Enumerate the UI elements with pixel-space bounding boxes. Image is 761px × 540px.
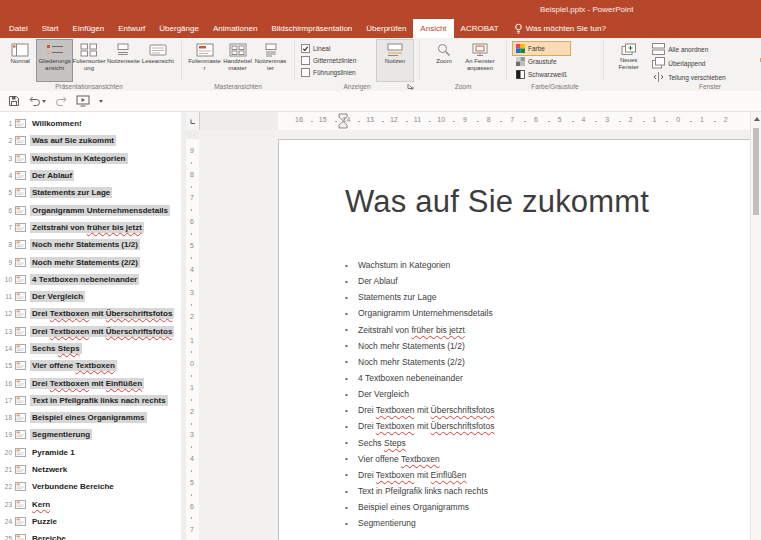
outline-item[interactable]: 1 Willkommen! (0, 115, 181, 132)
redo-button[interactable] (55, 96, 67, 107)
outline-item[interactable]: 6 Organigramm Unternehmensdetails (0, 201, 181, 218)
zoom-button[interactable]: Zoom (426, 40, 462, 81)
bullet-item[interactable]: • Wachstum in Kategorien (345, 257, 494, 273)
slide-body-placeholder[interactable]: • Wachstum in Kategorien • Der Ablauf • … (345, 257, 494, 531)
undo-button[interactable] (29, 96, 46, 107)
outline-item[interactable]: 12 Drei Textboxen mit Überschriftsfotos (0, 305, 181, 322)
ruler-tick (191, 399, 192, 401)
outline-view-button[interactable]: Gliederungsansicht (37, 40, 71, 81)
tab-acrobat[interactable]: ACROBAT (454, 19, 506, 38)
outline-item[interactable]: 24 Puzzle (0, 513, 181, 530)
vertical-scrollbar[interactable] (750, 112, 761, 540)
bullet-item[interactable]: • 4 Textboxen nebeneinander (345, 370, 494, 386)
outline-pane[interactable]: 1 Willkommen! 2 Was auf Sie zukommt 3 Wa… (0, 112, 181, 540)
outline-item[interactable]: 14 Sechs Steps (0, 340, 181, 357)
outline-item[interactable]: 5 Statements zur Lage (0, 184, 181, 201)
bullet-marker: • (345, 261, 358, 270)
bullet-item[interactable]: • Sechs Steps (345, 435, 494, 451)
tab-bildschirmpraesentation[interactable]: Bildschirmpräsentation (264, 19, 359, 38)
tab-animationen[interactable]: Animationen (206, 19, 264, 38)
bullet-item[interactable]: • Vier offene Textboxen (345, 451, 494, 467)
bullet-item[interactable]: • Zeitstrahl von früher bis jetzt (345, 322, 494, 338)
color-button[interactable]: Farbe (513, 42, 570, 55)
outline-item[interactable]: 23 Kern (0, 496, 181, 513)
outline-item[interactable]: 8 Noch mehr Statements (1/2) (0, 236, 181, 253)
grayscale-button[interactable]: Graustufe (513, 55, 570, 68)
misspelled-word: Textboxen (50, 379, 89, 388)
bullet-item[interactable]: • Noch mehr Statements (2/2) (345, 354, 494, 370)
switch-window-button[interactable]: Fenster wechseln (757, 40, 761, 81)
bullet-item[interactable]: • Text in Pfeilgrafik links nach rechts (345, 483, 494, 499)
scroll-up-button[interactable] (751, 112, 761, 125)
customize-qat-button[interactable] (99, 100, 103, 103)
bullet-item[interactable]: • Noch mehr Statements (1/2) (345, 338, 494, 354)
outline-item[interactable]: 21 Netzwerk (0, 461, 181, 478)
tab-datei[interactable]: Datei (2, 19, 35, 38)
word: Der Ablauf (358, 276, 398, 286)
tab-ueberpruefen[interactable]: Überprüfen (359, 19, 413, 38)
outline-item[interactable]: 4 Der Ablauf (0, 167, 181, 184)
checkbox-lineal[interactable]: Lineal (301, 43, 377, 54)
ruler-tick (429, 121, 431, 122)
notes-toggle-button[interactable]: Notizen (377, 40, 413, 81)
tab-einfuegen[interactable]: Einfügen (66, 19, 112, 38)
bullet-item[interactable]: • Segmentierung (345, 515, 494, 531)
slide-title[interactable]: Was auf Sie zukommt (345, 184, 649, 220)
outline-slide-number: 7 (2, 224, 12, 231)
slide-sorter-button[interactable]: Foliensortierung (72, 40, 106, 81)
outline-item[interactable]: 16 Drei Textboxen mit Einflüßen (0, 374, 181, 391)
fit-to-window-button[interactable]: An Fenster anpassen (462, 40, 498, 81)
notes-master-button[interactable]: Notizenmaster (254, 40, 287, 81)
notes-page-button[interactable]: Notizenseite (106, 40, 140, 81)
start-slideshow-button[interactable] (76, 95, 90, 107)
bullet-item[interactable]: • Der Ablauf (345, 273, 494, 289)
outline-item[interactable]: 15 Vier offene Textboxen (0, 357, 181, 374)
outline-item[interactable]: 22 Verbundene Bereiche (0, 478, 181, 495)
normal-view-button[interactable]: Normal (3, 40, 37, 81)
vertical-ruler[interactable]: 98765432101234567 (186, 130, 200, 540)
outline-item[interactable]: 2 Was auf Sie zukommt (0, 132, 181, 149)
scrollbar-thumb[interactable] (753, 128, 759, 215)
bullet-item[interactable]: • Organigramm Unternehmensdetails (345, 305, 494, 321)
outline-item[interactable]: 13 Drei Textboxen mit Überschriftsfotos (0, 323, 181, 340)
arrange-all-button[interactable]: Alle anordnen (649, 42, 755, 56)
outline-item[interactable]: 3 Wachstum in Kategorien (0, 150, 181, 167)
outline-item[interactable]: 11 Der Vergleich (0, 288, 181, 305)
outline-item[interactable]: 10 4 Textboxen nebeneinander (0, 271, 181, 288)
handout-master-button[interactable]: Handzettelmaster (221, 40, 254, 81)
dialog-launcher[interactable] (407, 83, 414, 90)
reading-view-button[interactable]: Leseansicht (141, 40, 175, 81)
cascade-windows-button[interactable]: Überlappend (649, 56, 755, 70)
outline-item[interactable]: 19 Segmentierung (0, 426, 181, 443)
tab-ansicht[interactable]: Ansicht (413, 19, 453, 38)
outline-item[interactable]: 18 Beispiel eines Organigramms (0, 409, 181, 426)
slide[interactable]: Was auf Sie zukommt • Wachstum in Katego… (278, 139, 750, 540)
horizontal-ruler[interactable]: 16151413121110987654321012 (186, 112, 750, 131)
outline-item[interactable]: 9 Noch mehr Statements (2/2) (0, 253, 181, 270)
bullet-item[interactable]: • Statements zur Lage (345, 289, 494, 305)
bullet-item[interactable]: • Der Vergleich (345, 386, 494, 402)
outline-item[interactable]: 20 Pyramide 1 (0, 444, 181, 461)
bullet-item[interactable]: • Drei Textboxen mit Einflüßen (345, 467, 494, 483)
tab-entwurf[interactable]: Entwurf (111, 19, 152, 38)
checkbox-unchecked-icon (301, 68, 310, 77)
checkbox-fuehrungslinien[interactable]: Führungslinien (301, 67, 377, 78)
bullet-item[interactable]: • Beispiel eines Organigramms (345, 499, 494, 515)
move-split-button[interactable]: Teilung verschieben (649, 70, 755, 84)
tab-selector[interactable] (186, 112, 200, 130)
ruler-number: 4 (581, 116, 585, 123)
checkbox-gitternetzlinien[interactable]: Gitternetzlinien (301, 55, 377, 66)
slide-master-button[interactable]: Folienmaster (188, 40, 221, 81)
save-button[interactable] (8, 95, 20, 107)
misspelled-word: Textboxen (401, 454, 440, 464)
bullet-item[interactable]: • Drei Textboxen mit Überschriftsfotos (345, 418, 494, 434)
outline-item[interactable]: 17 Text in Pfeilgrafik links nach rechts (0, 392, 181, 409)
outline-item[interactable]: 25 Bereiche (0, 530, 181, 540)
outline-item[interactable]: 7 Zeitstrahl von früher bis jetzt (0, 219, 181, 236)
tell-me-box[interactable]: Was möchten Sie tun? (514, 19, 606, 38)
new-window-button[interactable]: Neues Fenster (610, 40, 647, 81)
tab-uebergaenge[interactable]: Übergänge (152, 19, 206, 38)
tab-start[interactable]: Start (35, 19, 66, 38)
black-and-white-button[interactable]: Schwarzweiß (513, 68, 570, 81)
bullet-item[interactable]: • Drei Textboxen mit Überschriftsfotos (345, 402, 494, 418)
